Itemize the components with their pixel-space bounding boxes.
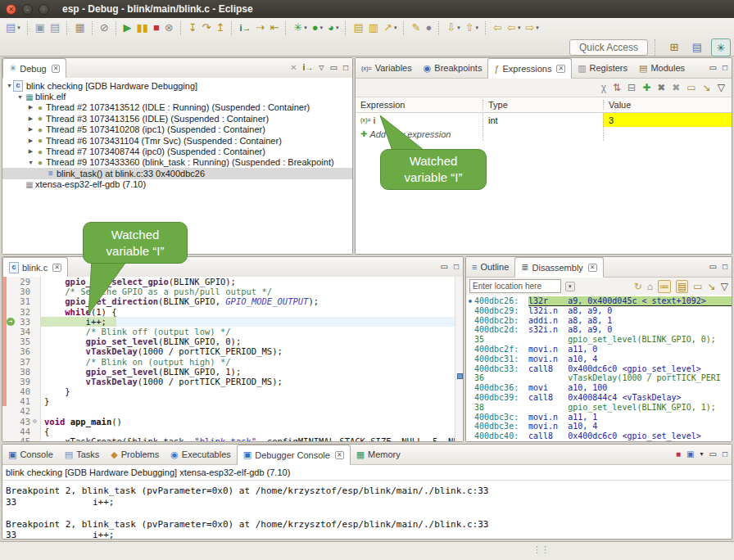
instruction-stepping-button[interactable]: i→ <box>238 20 252 36</box>
dropdown-arrow-icon[interactable]: ▾ <box>336 25 339 31</box>
debug-tree-row[interactable]: ▶●Thread #2 1073413512 (IDLE : Running) … <box>2 102 352 113</box>
step-over-button[interactable]: ↷ <box>201 20 213 36</box>
remove-all-expressions-button[interactable]: ✖ <box>672 83 680 93</box>
editor-ruler[interactable]: 39 <box>2 377 41 386</box>
quick-access-button[interactable]: Quick Access <box>569 39 648 56</box>
disassembly-minimize-button[interactable]: ▭ <box>709 263 717 271</box>
editor-line[interactable]: 42 <box>2 406 463 416</box>
console-output[interactable]: Breakpoint 2, blink_task (pvParameter=0x… <box>2 481 732 540</box>
source-editor[interactable]: 29 gpio_pad_select_gpio(BLINK_GPIO);30 /… <box>2 277 463 441</box>
editor-ruler[interactable]: 43⊖ <box>2 417 41 427</box>
tab-blink-c[interactable]: c blink.c ✕ <box>2 257 68 278</box>
terminate-button[interactable]: ■ <box>152 20 161 36</box>
tree-expander-icon[interactable]: ▼ <box>16 94 24 100</box>
tree-expander-icon[interactable]: ▶ <box>27 104 34 111</box>
paintbrush-button[interactable]: ✎ <box>410 20 422 36</box>
disassembly-line[interactable]: 400dbc2d:s32i.n a8, a9, 0 <box>466 325 732 335</box>
tab-executables[interactable]: ◉Executables <box>165 445 237 464</box>
tab-console[interactable]: ▣Console <box>2 445 59 464</box>
tab-memory[interactable]: ▦Memory <box>351 445 406 464</box>
editor-ruler[interactable]: 34 <box>2 327 41 336</box>
editor-ruler[interactable]: 36 <box>2 346 41 356</box>
open-perspective-button[interactable]: ⊞ <box>665 38 683 55</box>
build-button[interactable]: ▦ <box>73 20 86 36</box>
pin-up-button[interactable]: ⇧▾ <box>464 20 480 36</box>
tab-modules[interactable]: ▤Modules <box>633 58 691 78</box>
tab-problems[interactable]: ◆Problems <box>105 445 165 464</box>
editor-line[interactable]: 38 gpio_set_level(BLINK_GPIO, 1); <box>2 367 463 377</box>
display-selected-console-button[interactable]: ▣ <box>686 450 694 458</box>
tab-debug[interactable]: ✳ Debug ✕ <box>2 58 66 79</box>
editor-line[interactable]: 41} <box>2 396 463 406</box>
drop-to-frame-button[interactable]: ⇤ <box>268 20 280 36</box>
disassembly-line[interactable]: 35 gpio_set_level(BLINK_GPIO, 0); <box>466 335 732 345</box>
disconnect-button[interactable]: ⊗ <box>163 20 175 36</box>
remove-all-terminated-button[interactable]: ✕ <box>290 64 297 72</box>
disassembly-line[interactable]: 400dbc31:movi.n a10, 4 <box>466 355 732 364</box>
editor-line[interactable]: 43⊖void app_main() <box>2 417 463 427</box>
disassembly-line[interactable]: 400dbc29:l32i.n a8, a9, 0 <box>466 306 732 316</box>
disassembly-line[interactable]: 400dbc2f:movi.n a11, 0 <box>466 345 732 355</box>
disassembly-line[interactable]: 400dbc3e:movi.n a10, 4 <box>466 422 732 431</box>
tab-variables[interactable]: (x)=Variables <box>356 58 418 78</box>
editor-ruler[interactable]: 35 <box>2 336 41 346</box>
debug-maximize-button[interactable]: □ <box>343 64 348 72</box>
disassembly-line[interactable]: 400dbc40:call8 0x400dc6c0 <gpio_set_leve… <box>466 431 732 441</box>
debug-tree-row[interactable]: ▦xtensa-esp32-elf-gdb (7.10) <box>2 179 352 190</box>
disassembly-line[interactable]: 400dbc36:movi a10, 100 <box>466 383 732 393</box>
dropdown-arrow-icon[interactable]: ▾ <box>304 25 307 31</box>
external-tools-button[interactable]: ◕▾ <box>326 20 340 36</box>
dropdown-arrow-icon[interactable]: ▾ <box>320 25 324 31</box>
column-type[interactable]: Type <box>483 100 603 110</box>
show-type-names-button[interactable]: χ <box>601 83 606 93</box>
editor-ruler[interactable]: 38 <box>2 367 41 377</box>
column-expression[interactable]: Expression <box>356 100 483 110</box>
export-button[interactable]: ↘ <box>703 83 711 93</box>
overview-ruler[interactable] <box>455 277 463 441</box>
close-tab-icon[interactable]: ✕ <box>52 65 61 73</box>
disassembly-line[interactable]: 38 gpio_set_level(BLINK_GPIO, 1); <box>466 403 732 413</box>
editor-ruler[interactable]: 30 <box>2 287 41 296</box>
editor-line[interactable]: 32 while(1) { <box>2 307 463 317</box>
back-button[interactable]: ⇦▾ <box>505 20 522 36</box>
console-minimize-button[interactable]: ▭ <box>709 450 717 458</box>
disassembly-line[interactable]: vTaskDelay(1000 / portTICK_PERI <box>466 441 732 442</box>
close-tab-icon[interactable]: ✕ <box>52 264 61 272</box>
perspective-cpp-button[interactable]: ▤ <box>688 38 706 55</box>
tab-expressions[interactable]: ƒExpressions✕ <box>487 58 572 79</box>
editor-minimize-button[interactable]: ▭ <box>441 263 448 271</box>
dropdown-arrow-icon[interactable]: ▾ <box>476 25 479 31</box>
home-button[interactable]: ⌂ <box>647 281 653 292</box>
editor-ruler[interactable]: 42 <box>2 406 41 416</box>
disassembly-line[interactable]: 400dbc3c:movi.n a11, 1 <box>466 413 732 422</box>
editor-line[interactable]: 45 xTaskCreate(&blink_task, "blink_task"… <box>2 436 463 442</box>
window-close-button[interactable]: ✕ <box>6 4 16 15</box>
launch-button[interactable]: ↗▾ <box>382 20 398 36</box>
use-step-filters-button[interactable]: ⇢ <box>254 20 266 36</box>
dropdown-arrow-icon[interactable]: ▾ <box>536 25 539 31</box>
editor-line[interactable]: 34 /* Blink off (output low) */ <box>2 327 463 336</box>
pin-down-button[interactable]: ⇩▾ <box>445 20 461 36</box>
dropdown-arrow-icon[interactable]: ▾ <box>518 25 521 31</box>
editor-ruler[interactable]: 29 <box>2 277 41 287</box>
window-maximize-button[interactable]: ▫ <box>39 4 49 15</box>
editor-line[interactable]: 39 vTaskDelay(1000 / portTICK_PERIOD_MS)… <box>2 377 463 386</box>
pin-view-button[interactable]: ↘ <box>708 281 716 292</box>
disassembly-maximize-button[interactable]: □ <box>723 263 727 271</box>
close-tab-icon[interactable]: ✕ <box>335 451 344 459</box>
disassembly-line[interactable]: 400dbc39:call8 0x400844c4 <vTaskDelay> <box>466 393 732 403</box>
editor-ruler[interactable]: 31 <box>2 296 41 306</box>
tab-breakpoints[interactable]: ◉Breakpoints <box>418 58 488 78</box>
debug-tree-row[interactable]: ▼▦blink.elf <box>2 91 352 102</box>
dropdown-arrow-icon[interactable]: ▾ <box>17 25 20 31</box>
console-maximize-button[interactable]: □ <box>723 450 727 458</box>
location-input[interactable]: Enter location here <box>469 279 561 293</box>
debug-tree-row[interactable]: ▼●Thread #9 1073433360 (blink_task : Run… <box>2 157 352 168</box>
editor-line[interactable]: →33 i++; <box>2 317 463 327</box>
suspend-button[interactable]: ▮▮ <box>135 20 150 36</box>
tab-registers[interactable]: ▥Registers <box>572 58 633 78</box>
instruction-stepping-toggle-button[interactable]: i→ <box>303 64 314 72</box>
tab-tasks[interactable]: ▤Tasks <box>59 445 106 464</box>
tree-expander-icon[interactable]: ▼ <box>27 160 34 165</box>
expressions-maximize-button[interactable]: □ <box>723 64 727 72</box>
